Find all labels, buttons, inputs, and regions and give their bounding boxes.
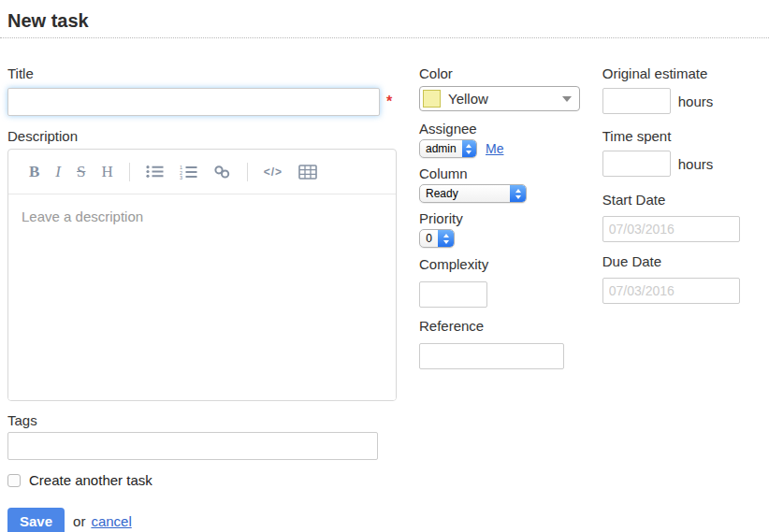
new-task-form: Title * Description B I S H bbox=[0, 66, 769, 532]
time-spent-row: hours bbox=[602, 151, 762, 177]
assign-me-link[interactable]: Me bbox=[486, 141, 503, 156]
assignee-selected-value: admin bbox=[420, 140, 462, 157]
unordered-list-icon[interactable] bbox=[146, 165, 164, 179]
svg-text:3: 3 bbox=[180, 175, 182, 180]
assignee-select[interactable]: admin bbox=[419, 139, 477, 158]
toolbar-separator bbox=[247, 163, 248, 181]
description-label: Description bbox=[7, 129, 397, 143]
start-date-input[interactable] bbox=[602, 216, 740, 242]
middle-column: Color Yellow Assignee admin Me Column Re… bbox=[419, 66, 602, 532]
priority-label: Priority bbox=[419, 211, 602, 225]
time-spent-label: Time spent bbox=[602, 129, 762, 143]
title-label: Title bbox=[7, 66, 397, 80]
complexity-label: Complexity bbox=[419, 257, 602, 271]
italic-icon[interactable]: I bbox=[55, 164, 61, 180]
left-column: Title * Description B I S H bbox=[7, 66, 397, 532]
color-selected-value: Yellow bbox=[448, 91, 562, 107]
title-row: * bbox=[7, 88, 397, 116]
priority-select[interactable]: 0 bbox=[419, 229, 455, 248]
table-icon[interactable] bbox=[298, 165, 317, 180]
tags-label: Tags bbox=[7, 413, 397, 427]
tags-input[interactable] bbox=[7, 432, 378, 460]
time-spent-suffix: hours bbox=[678, 156, 714, 172]
code-icon[interactable]: </> bbox=[264, 165, 283, 179]
due-date-label: Due Date bbox=[602, 254, 762, 268]
description-textarea[interactable] bbox=[8, 194, 396, 400]
original-estimate-suffix: hours bbox=[678, 93, 714, 109]
due-date-input[interactable] bbox=[602, 278, 740, 304]
color-swatch-yellow bbox=[423, 90, 441, 108]
original-estimate-row: hours bbox=[602, 88, 762, 114]
assignee-label: Assignee bbox=[419, 122, 602, 136]
original-estimate-label: Original estimate bbox=[602, 66, 762, 80]
right-column: Original estimate hours Time spent hours… bbox=[602, 66, 762, 532]
toolbar-separator bbox=[129, 163, 130, 181]
priority-selected-value: 0 bbox=[420, 230, 438, 247]
color-select[interactable]: Yellow bbox=[419, 86, 580, 111]
priority-row: 0 bbox=[419, 229, 602, 257]
assignee-row: admin Me bbox=[419, 139, 602, 166]
time-spent-input[interactable] bbox=[602, 151, 671, 177]
title-input[interactable] bbox=[7, 88, 380, 116]
page-title: New task bbox=[7, 10, 762, 32]
heading-icon[interactable]: H bbox=[101, 164, 112, 180]
strikethrough-icon[interactable]: S bbox=[77, 164, 85, 180]
select-stepper-icon bbox=[438, 230, 454, 247]
create-another-label: Create another task bbox=[29, 472, 152, 488]
create-another-row: Create another task bbox=[7, 472, 397, 488]
reference-input[interactable] bbox=[419, 343, 564, 369]
form-actions: Save or cancel bbox=[7, 508, 397, 532]
column-label: Column bbox=[419, 166, 602, 180]
column-selected-value: Ready bbox=[420, 185, 510, 202]
column-select[interactable]: Ready bbox=[419, 184, 527, 203]
select-stepper-icon bbox=[510, 185, 526, 202]
page-header: New task bbox=[0, 0, 769, 38]
chevron-down-icon bbox=[562, 96, 572, 102]
or-text: or bbox=[73, 513, 85, 529]
color-label: Color bbox=[419, 66, 602, 80]
create-another-checkbox[interactable] bbox=[7, 474, 21, 487]
reference-label: Reference bbox=[419, 319, 602, 333]
cancel-link[interactable]: cancel bbox=[91, 513, 131, 529]
bold-icon[interactable]: B bbox=[29, 164, 39, 180]
link-icon[interactable] bbox=[213, 165, 231, 179]
required-asterisk: * bbox=[386, 93, 392, 110]
editor-toolbar: B I S H 123 bbox=[8, 150, 396, 194]
start-date-label: Start Date bbox=[602, 193, 762, 207]
select-stepper-icon bbox=[462, 140, 476, 157]
column-row: Ready bbox=[419, 184, 602, 211]
original-estimate-input[interactable] bbox=[602, 88, 671, 114]
description-editor: B I S H 123 bbox=[7, 149, 397, 401]
complexity-input[interactable] bbox=[419, 281, 487, 308]
save-button[interactable]: Save bbox=[7, 508, 65, 532]
ordered-list-icon[interactable]: 123 bbox=[180, 165, 197, 180]
